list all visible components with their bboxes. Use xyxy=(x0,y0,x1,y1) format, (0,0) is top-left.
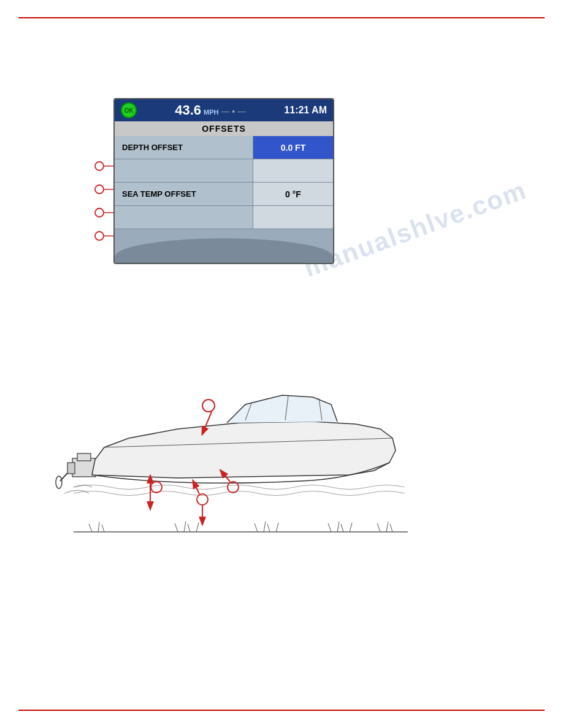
svg-point-36 xyxy=(202,400,215,412)
screen-header: OK 43.6 MPH --- • --- 11:21 AM xyxy=(115,99,333,121)
empty-value-1 xyxy=(253,159,333,182)
svg-line-26 xyxy=(390,524,393,532)
empty-label-1 xyxy=(115,159,253,182)
depth-offset-label: DEPTH OFFSET xyxy=(115,136,253,159)
svg-point-6 xyxy=(95,232,104,240)
svg-line-10 xyxy=(98,522,99,532)
svg-line-19 xyxy=(276,523,278,532)
svg-line-12 xyxy=(175,523,178,532)
svg-line-22 xyxy=(341,524,343,532)
empty-row-2[interactable] xyxy=(115,206,333,229)
svg-point-4 xyxy=(95,208,104,217)
boat-diagram xyxy=(55,368,423,558)
svg-line-13 xyxy=(184,521,186,532)
svg-line-15 xyxy=(196,523,199,532)
speed-display: 43.6 MPH --- • --- xyxy=(175,102,246,118)
screen-bottom-decoration xyxy=(115,229,333,263)
time-display: 11:21 AM xyxy=(284,105,327,116)
svg-line-9 xyxy=(89,524,92,532)
speed-unit: MPH xyxy=(204,108,218,116)
empty-label-2 xyxy=(115,206,253,229)
svg-line-16 xyxy=(255,523,258,532)
svg-point-31 xyxy=(56,476,62,488)
empty-value-2 xyxy=(253,206,333,229)
sea-temp-offset-label: SEA TEMP OFFSET xyxy=(115,183,253,205)
screen-bottom-inner xyxy=(115,238,333,263)
svg-line-11 xyxy=(102,525,104,532)
device-screen: OK 43.6 MPH --- • --- 11:21 AM OFFSETS D… xyxy=(113,98,334,264)
empty-row-1[interactable] xyxy=(115,159,333,183)
svg-line-17 xyxy=(264,521,266,532)
depth-offset-value: 0.0 FT xyxy=(253,136,333,159)
svg-line-30 xyxy=(60,473,67,481)
top-decorative-line xyxy=(18,17,545,18)
ok-button[interactable]: OK xyxy=(121,102,137,118)
svg-point-0 xyxy=(95,162,104,170)
svg-line-18 xyxy=(267,524,270,532)
svg-rect-29 xyxy=(77,453,91,461)
svg-point-38 xyxy=(151,482,162,493)
svg-line-23 xyxy=(350,523,352,532)
speed-value: 43.6 xyxy=(175,102,201,118)
svg-point-2 xyxy=(95,185,104,194)
sea-temp-offset-value: 0 °F xyxy=(253,183,333,205)
svg-line-25 xyxy=(386,521,388,532)
svg-rect-28 xyxy=(67,463,75,474)
menu-area: DEPTH OFFSET 0.0 FT SEA TEMP OFFSET 0 °F xyxy=(115,136,333,229)
svg-line-24 xyxy=(377,523,380,532)
bottom-decorative-line xyxy=(18,710,545,711)
svg-line-14 xyxy=(188,524,190,532)
sea-temp-offset-row[interactable]: SEA TEMP OFFSET 0 °F xyxy=(115,183,333,206)
svg-line-20 xyxy=(328,523,331,532)
depth-offset-row[interactable]: DEPTH OFFSET 0.0 FT xyxy=(115,136,333,159)
separator: --- • --- xyxy=(221,107,246,116)
screen-title: OFFSETS xyxy=(115,121,333,136)
svg-line-21 xyxy=(337,521,339,532)
watermark: manualshlve.com xyxy=(300,175,530,283)
